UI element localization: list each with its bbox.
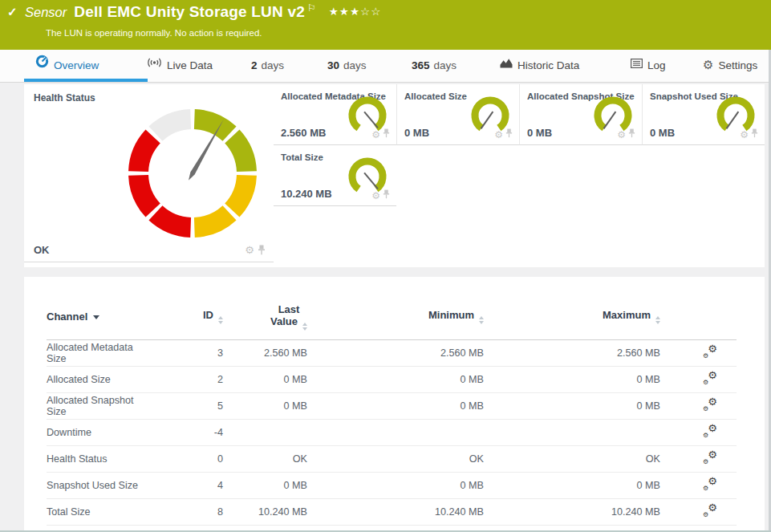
gauge-tile-allocated-size[interactable]: Allocated Size 0 MB ⚙	[396, 84, 519, 145]
gear-icon: ⚙	[703, 49, 713, 81]
channel-name[interactable]: Allocated Snapshot Size	[47, 392, 152, 419]
channel-name[interactable]: Allocated Metadata Size	[47, 339, 152, 366]
health-status-gauge	[124, 105, 261, 245]
channel-id: 2	[152, 366, 223, 392]
channel-settings-gears-icon[interactable]: ⚙⚙	[703, 345, 717, 358]
active-tab-underline	[24, 79, 148, 82]
channels-table: Channel ID LastValue Minimum Maximum All…	[47, 294, 737, 526]
gauge-tile-allocated-snapshot-size[interactable]: Allocated Snapshot Size 0 MB ⚙	[519, 84, 642, 145]
gauge-tile-total-size[interactable]: Total Size 10.240 MB ⚙	[274, 145, 396, 206]
flag-icon[interactable]: ⚐	[307, 2, 316, 14]
table-row[interactable]: Allocated Metadata Size 3 2.560 MB 2.560…	[47, 339, 737, 366]
pin-icon[interactable]	[258, 245, 266, 255]
tab-log[interactable]: Log	[631, 50, 666, 82]
gauge-needle	[481, 112, 493, 128]
sensor-title: Dell EMC Unity Storage LUN v2	[74, 3, 305, 21]
tab-2-days[interactable]: 2days	[251, 50, 284, 82]
pin-icon[interactable]	[751, 128, 758, 140]
table-row[interactable]: Allocated Size 2 0 MB 0 MB 0 MB ⚙⚙	[47, 366, 737, 392]
sensor-status-message: The LUN is operating normally. No action…	[46, 28, 262, 38]
table-row[interactable]: Health Status 0 OK OK OK ⚙⚙	[47, 445, 737, 472]
sort-icon	[479, 316, 484, 324]
health-status-value: OK	[34, 244, 50, 256]
channel-maximum: OK	[484, 445, 660, 472]
channel-settings-gears-icon[interactable]: ⚙⚙	[703, 477, 717, 490]
tab-log-label: Log	[647, 59, 666, 71]
channel-settings-gears-icon[interactable]: ⚙⚙	[703, 372, 717, 384]
channel-id: 0	[152, 445, 223, 472]
tab-overview-label: Overview	[54, 59, 99, 71]
table-row[interactable]: Total Size 8 10.240 MB 10.240 MB 10.240 …	[47, 498, 737, 525]
gauge-tile-allocated-metadata-size[interactable]: Allocated Metadata Size 2.560 MB ⚙	[274, 84, 396, 145]
column-header-id[interactable]: ID	[152, 294, 223, 339]
gear-icon[interactable]: ⚙	[371, 190, 380, 201]
channel-settings-gears-icon[interactable]: ⚙⚙	[703, 451, 717, 464]
pin-icon[interactable]	[505, 128, 513, 140]
stars-empty[interactable]: ☆☆	[360, 6, 381, 18]
pin-icon[interactable]	[628, 128, 635, 140]
tab-live-data[interactable]: Live Data	[147, 50, 213, 82]
channel-settings-gears-icon[interactable]: ⚙⚙	[703, 424, 717, 437]
channel-name[interactable]: Allocated Size	[47, 366, 152, 392]
gear-icon[interactable]: ⚙	[245, 244, 254, 256]
priority-stars[interactable]: ★★★☆☆	[329, 5, 382, 18]
gauge-value: 0 MB	[404, 127, 429, 139]
tab-30-days[interactable]: 30days	[327, 50, 367, 82]
pin-icon[interactable]	[383, 189, 390, 201]
channel-maximum: 2.560 MB	[484, 339, 660, 366]
area-chart-icon	[500, 49, 513, 81]
health-status-panel[interactable]: Health Status OK	[24, 84, 274, 262]
gauge-title: Total Size	[281, 152, 323, 162]
channel-id: 8	[152, 498, 223, 525]
channel-name[interactable]: Downtime	[47, 419, 152, 445]
channel-maximum: 10.240 MB	[484, 498, 660, 525]
tab-overview[interactable]: Overview	[35, 50, 99, 82]
tab-2-days-label: days	[262, 59, 285, 71]
table-row[interactable]: Snapshot Used Size 4 0 MB 0 MB 0 MB ⚙⚙	[47, 472, 737, 498]
column-header-channel[interactable]: Channel	[47, 294, 152, 339]
status-ok-check-icon: ✓	[7, 5, 18, 19]
channel-minimum: 0 MB	[307, 366, 484, 392]
channel-minimum: 2.560 MB	[307, 339, 484, 366]
channel-id: 4	[152, 472, 223, 498]
stars-filled[interactable]: ★★★	[329, 6, 360, 18]
column-header-minimum[interactable]: Minimum	[307, 294, 484, 339]
tab-live-data-label: Live Data	[167, 59, 213, 71]
tab-settings[interactable]: ⚙Settings	[703, 50, 757, 82]
tab-historic-data[interactable]: Historic Data	[500, 50, 579, 82]
gauge-tile-snapshot-used-size[interactable]: Snapshot Used Size 0 MB ⚙	[642, 84, 765, 145]
channel-maximum	[484, 419, 660, 445]
column-header-minimum-label: Minimum	[428, 309, 474, 321]
table-row[interactable]: Downtime -4 ⚙⚙	[47, 419, 737, 445]
channel-last-value: 0 MB	[223, 392, 307, 419]
gauge-value: 10.240 MB	[281, 188, 332, 200]
column-header-maximum[interactable]: Maximum	[484, 294, 660, 339]
channel-last-value: 10.240 MB	[223, 498, 307, 525]
table-row[interactable]: Allocated Snapshot Size 5 0 MB 0 MB 0 MB…	[47, 392, 737, 419]
column-header-last-value-line2: Value	[270, 315, 298, 327]
gear-icon[interactable]: ⚙	[617, 129, 626, 140]
channel-name[interactable]: Snapshot Used Size	[47, 472, 152, 498]
column-header-channel-label: Channel	[47, 311, 87, 323]
channel-name[interactable]: Total Size	[47, 498, 152, 525]
gear-icon[interactable]: ⚙	[494, 129, 503, 140]
channel-id: 3	[152, 339, 223, 366]
gear-icon[interactable]: ⚙	[371, 129, 380, 140]
tab-30-days-label: days	[343, 59, 367, 71]
tab-365-days[interactable]: 365days	[412, 50, 457, 82]
sort-desc-icon	[93, 315, 99, 319]
gear-icon[interactable]: ⚙	[740, 129, 749, 140]
gauge-needle	[727, 112, 739, 128]
column-header-last-value[interactable]: LastValue	[223, 294, 307, 339]
sort-icon	[218, 316, 223, 324]
column-header-last-value-line1: Last	[278, 303, 300, 315]
pin-icon[interactable]	[383, 128, 390, 140]
tab-365-days-number: 365	[412, 59, 430, 71]
channel-last-value: 0 MB	[223, 366, 307, 392]
channel-name[interactable]: Health Status	[47, 445, 152, 472]
channel-settings-gears-icon[interactable]: ⚙⚙	[703, 398, 717, 411]
channel-settings-gears-icon[interactable]: ⚙⚙	[703, 504, 717, 517]
table-header-row: Channel ID LastValue Minimum Maximum	[47, 294, 737, 339]
gauge-icon	[35, 49, 49, 81]
prtg-sensor-page: ✓ Sensor Dell EMC Unity Storage LUN v2 ⚐…	[0, 0, 771, 532]
